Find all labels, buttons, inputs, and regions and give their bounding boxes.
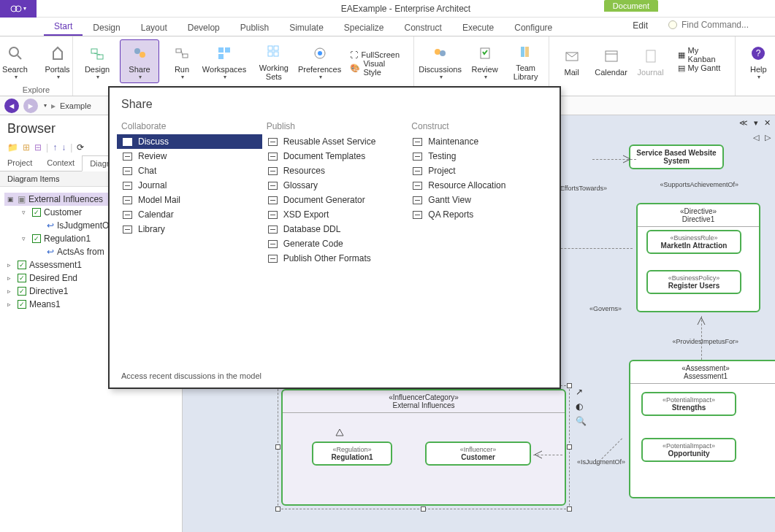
element-opportunity[interactable]: «PotentialImpact» Opportunity: [641, 438, 736, 462]
tab-document-edit[interactable]: Edit: [622, 18, 658, 34]
element-assessment[interactable]: «Assessment»Assessment1 «PotentialImpact…: [629, 360, 775, 498]
share-menu-item[interactable]: Model Mail: [117, 193, 262, 207]
journal-button[interactable]: Journal: [633, 39, 669, 83]
share-menu-item[interactable]: Project: [407, 163, 552, 178]
my-gantt-button[interactable]: ▤My Gantt: [675, 61, 728, 74]
find-command-input[interactable]: [682, 20, 769, 30]
share-menu-item[interactable]: XSD Export: [262, 207, 408, 222]
menu-arrow-icon[interactable]: ▾: [754, 118, 758, 128]
tree-toggle-icon[interactable]: ▿: [22, 209, 29, 216]
refresh-icon[interactable]: ⟳: [77, 142, 84, 153]
element-business-policy[interactable]: «BusinessPolicy» Register Users: [646, 270, 741, 294]
next-diagram-icon[interactable]: ▷: [765, 133, 771, 142]
down-arrow-icon[interactable]: ↓: [61, 142, 66, 153]
share-menu-item[interactable]: QA Reports: [407, 207, 552, 222]
workspaces-button[interactable]: Workspaces▾: [205, 39, 244, 83]
run-button[interactable]: Run▾: [162, 39, 202, 83]
browser-tab-context[interactable]: Context: [39, 155, 82, 171]
discussions-button[interactable]: Discussions▾: [419, 39, 462, 83]
share-menu-item[interactable]: Database DDL: [262, 222, 408, 236]
breadcrumb-root[interactable]: Example: [60, 101, 91, 110]
menu-item-label: Resource Allocation: [428, 180, 505, 190]
quick-link-eye-icon[interactable]: ◐: [576, 401, 587, 412]
share-menu-item[interactable]: Gantt View: [407, 193, 552, 207]
share-menu-item[interactable]: Generate Code: [262, 236, 408, 251]
tab-start[interactable]: Start: [44, 18, 83, 36]
tab-design[interactable]: Design: [83, 20, 130, 36]
prev-diagram-icon[interactable]: ◁: [753, 133, 759, 142]
tree-toggle-icon[interactable]: ▹: [7, 274, 15, 282]
tree-toggle-icon[interactable]: ▹: [7, 301, 15, 308]
share-menu-item[interactable]: Calendar: [117, 207, 262, 222]
element-service-system[interactable]: Service Based Website System: [629, 144, 724, 169]
share-menu-item[interactable]: Chat: [117, 163, 262, 178]
help-button[interactable]: ? Help▾: [740, 39, 776, 83]
close-icon[interactable]: ✕: [764, 118, 771, 128]
share-menu-item[interactable]: Discuss: [117, 134, 262, 149]
working-sets-button[interactable]: Working Sets: [253, 39, 295, 83]
tree-icon[interactable]: ⊟: [34, 142, 42, 153]
share-menu-item[interactable]: Review: [117, 149, 262, 163]
review-button[interactable]: Review▾: [465, 39, 505, 83]
tab-construct[interactable]: Construct: [394, 20, 452, 36]
browser-tab-project[interactable]: Project: [0, 155, 39, 171]
calendar-button[interactable]: Calendar: [593, 39, 630, 83]
share-menu-item[interactable]: Reusable Asset Service: [262, 134, 408, 149]
share-menu-item[interactable]: Publish Other Formats: [262, 251, 408, 266]
tab-publish[interactable]: Publish: [230, 20, 279, 36]
preferences-button[interactable]: Preferences▾: [298, 39, 342, 83]
portals-button[interactable]: Portals▾: [38, 39, 77, 83]
tree-toggle-icon[interactable]: ▣: [7, 196, 15, 203]
tab-layout[interactable]: Layout: [131, 20, 177, 36]
tree-toggle-icon[interactable]: ▿: [22, 235, 29, 242]
share-menu-item[interactable]: Library: [117, 222, 262, 236]
share-menu-item[interactable]: Glossary: [262, 178, 408, 193]
tab-simulate[interactable]: Simulate: [279, 20, 334, 36]
share-menu-item[interactable]: Document Templates: [262, 149, 408, 163]
find-command[interactable]: [668, 20, 769, 30]
share-menu-item[interactable]: Resource Allocation: [407, 178, 552, 193]
share-menu-item[interactable]: Maintenance: [407, 134, 552, 149]
checkbox-icon[interactable]: ✓: [32, 234, 41, 243]
history-dropdown[interactable]: ▾: [44, 102, 47, 109]
new-package-icon[interactable]: ⊞: [23, 142, 30, 153]
checkbox-icon[interactable]: ✓: [18, 274, 26, 282]
checkbox-icon[interactable]: ✓: [18, 261, 26, 269]
tab-specialize[interactable]: Specialize: [334, 20, 394, 36]
share-menu-item[interactable]: Testing: [407, 149, 552, 163]
share-button[interactable]: Share▾: [120, 39, 159, 83]
my-kanban-button[interactable]: ▦My Kanban: [675, 48, 728, 61]
tab-execute[interactable]: Execute: [452, 20, 504, 36]
menu-item-icon: [413, 138, 422, 146]
element-business-rule[interactable]: «BusinessRule» MarketIn Attraction: [646, 230, 741, 254]
element-strengths[interactable]: «PotentialImpact» Strengths: [641, 392, 736, 416]
search-button[interactable]: Search▾: [0, 39, 35, 83]
element-directive[interactable]: «Directive»Directive1 «BusinessRule» Mar…: [636, 203, 760, 312]
tree-toggle-icon[interactable]: ▹: [7, 261, 15, 269]
main-menu-button[interactable]: ▾: [0, 0, 37, 18]
folder-icon[interactable]: 📁: [7, 142, 18, 153]
checkbox-icon[interactable]: ✓: [18, 300, 26, 309]
checkbox-icon[interactable]: ✓: [32, 208, 41, 217]
quick-link-arrow-icon[interactable]: ↗: [576, 387, 587, 397]
checkbox-icon[interactable]: ✓: [18, 287, 26, 296]
share-menu-item[interactable]: Journal: [117, 178, 262, 193]
mail-button[interactable]: Mail: [554, 39, 590, 83]
tab-configure[interactable]: Configure: [504, 20, 562, 36]
tree-toggle-icon[interactable]: ▹: [7, 288, 15, 295]
up-arrow-icon[interactable]: ↑: [53, 142, 57, 153]
team-library-button[interactable]: Team Library: [508, 39, 544, 83]
tab-develop[interactable]: Develop: [177, 20, 230, 36]
share-menu-item[interactable]: Document Generator: [262, 193, 408, 207]
document-context-tab[interactable]: Document: [604, 0, 658, 12]
element-external-influences[interactable]: «InfluencerCategory»External Influences …: [281, 389, 566, 506]
share-menu-item[interactable]: Resources: [262, 163, 408, 178]
element-customer[interactable]: «Influencer» Customer: [425, 442, 531, 466]
collapse-icon[interactable]: ≪: [739, 118, 748, 128]
nav-forward-button[interactable]: ►: [23, 99, 38, 113]
nav-back-button[interactable]: ◄: [4, 99, 19, 113]
element-regulation[interactable]: «Regulation» Regulation1: [312, 442, 392, 466]
quick-link-zoom-icon[interactable]: 🔍: [576, 416, 587, 426]
visual-style-button[interactable]: 🎨Visual Style: [347, 61, 405, 74]
design-button[interactable]: Design▾: [77, 39, 117, 83]
